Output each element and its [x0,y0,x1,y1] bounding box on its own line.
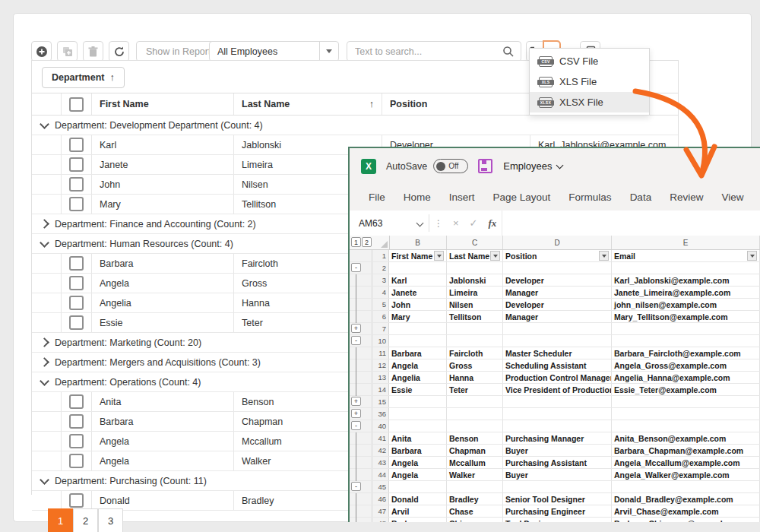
menu-item-csv-file[interactable]: CSVCSV File [530,51,649,71]
filter-button[interactable] [434,251,444,261]
excel-cell[interactable]: Angela [389,359,447,371]
excel-cell[interactable]: Developer [503,299,612,310]
row-number[interactable]: 11 [372,347,389,359]
excel-cell[interactable]: Jablonski [447,274,503,286]
excel-cell[interactable]: Limeira [447,287,503,298]
row-number[interactable]: 48 [372,518,389,522]
excel-cell[interactable] [447,262,503,274]
row-checkbox[interactable] [69,276,84,290]
excel-cell[interactable]: Position [503,250,612,261]
excel-cell[interactable]: Angelia [389,372,447,383]
excel-cell[interactable]: Chapman [447,445,503,456]
outline-level-button-1[interactable]: 1 [351,237,361,247]
column-header-last-name[interactable]: Last Name ↑ [233,93,382,115]
excel-cell[interactable] [503,262,612,274]
excel-cell[interactable]: Purchasing Engineer [503,505,612,517]
excel-cell[interactable]: Barbara_Chinavare@example.com [612,518,760,522]
excel-menu-formulas[interactable]: Formulas [568,192,611,203]
excel-cell[interactable]: Janete [389,287,447,298]
search-input[interactable] [347,46,502,57]
excel-cell[interactable]: Angela [389,469,447,480]
row-checkbox[interactable] [69,138,84,152]
excel-cell[interactable]: Arvil_Chase@example.com [612,505,760,517]
row-number[interactable]: 2 [372,262,389,274]
excel-cell[interactable]: Anita_Benson@example.com [612,432,760,444]
page-button-1[interactable]: 1 [48,508,73,532]
excel-cell[interactable]: First Name [389,250,447,261]
excel-menu-data[interactable]: Data [630,192,652,203]
row-number[interactable]: 44 [372,469,389,480]
excel-cell[interactable]: Purchasing Manager [503,432,612,444]
excel-cell[interactable]: Karl_Jablonski@example.com [612,274,760,286]
page-button-3[interactable]: 3 [98,508,123,532]
autosave-toggle[interactable]: Off [433,159,468,173]
excel-cell[interactable]: Buyer [503,469,612,480]
row-number[interactable]: 5 [372,299,389,310]
excel-cell[interactable] [503,408,612,420]
excel-cell[interactable]: john_nilsen@example.com [612,299,760,310]
excel-cell[interactable]: Last Name [447,250,503,261]
collapse-group-button[interactable]: - [351,421,361,430]
group-row[interactable]: Department: Development Department (Coun… [32,116,678,135]
outline-level-button-2[interactable]: 2 [362,237,372,247]
excel-cell[interactable]: Walker [447,469,503,480]
excel-cell[interactable]: Angelia_Hanna@example.com [612,372,760,383]
excel-cell[interactable] [447,408,503,420]
excel-cell[interactable]: Essie_Teter@example.com [612,384,760,395]
row-number[interactable]: 41 [372,432,389,444]
excel-cell[interactable] [612,420,760,432]
excel-cell[interactable]: Vice President of Production [503,384,612,395]
excel-cell[interactable]: Mary_Tellitson@example.com [612,311,760,322]
excel-cell[interactable]: Gross [447,359,503,371]
excel-cell[interactable] [612,408,760,420]
chevron-down-icon[interactable] [40,376,49,386]
excel-menu-file[interactable]: File [369,192,385,203]
excel-cell[interactable]: Benson [447,432,503,444]
save-icon[interactable] [478,159,492,173]
excel-menu-review[interactable]: Review [670,192,703,203]
excel-cell[interactable]: Angela_Mccallum@example.com [612,457,760,468]
row-number[interactable]: 47 [372,505,389,517]
column-letter-C[interactable]: C [447,236,503,249]
column-letter-B[interactable]: B [389,236,447,249]
excel-cell[interactable]: Teter [447,384,503,395]
row-checkbox[interactable] [69,454,84,468]
row-number[interactable]: 15 [372,396,389,407]
search-icon[interactable] [502,46,515,58]
excel-cell[interactable] [612,481,760,492]
workbook-title[interactable]: Employees [503,160,562,172]
row-checkbox[interactable] [69,493,84,508]
excel-cell[interactable]: Arvil [389,505,447,517]
row-number[interactable]: 13 [372,372,389,383]
filter-button[interactable] [747,251,757,261]
excel-cell[interactable]: Barbara [389,518,447,522]
excel-cell[interactable]: Manager [503,311,612,322]
enter-icon[interactable]: ✓ [470,217,478,229]
excel-cell[interactable]: Mccallum [447,457,503,468]
collapse-group-button[interactable]: - [351,263,361,272]
excel-cell[interactable] [447,323,503,334]
excel-menu-view[interactable]: View [721,192,743,203]
excel-cell[interactable]: Hanna [447,372,503,383]
chevron-down-icon[interactable] [40,119,49,129]
excel-cell[interactable]: Barbara [389,445,447,456]
excel-cell[interactable]: Buyer [503,445,612,456]
excel-cell[interactable] [389,481,447,492]
excel-cell[interactable]: Production Control Manager [503,372,612,383]
excel-cell[interactable] [612,323,760,334]
column-header-position[interactable]: Position [382,93,530,115]
excel-cell[interactable] [447,335,503,347]
chevron-down-icon[interactable] [40,475,49,485]
page-button-2[interactable]: 2 [73,508,98,532]
excel-cell[interactable] [389,420,447,432]
collapse-group-button[interactable]: - [351,336,361,345]
row-number[interactable]: 40 [372,420,389,432]
excel-cell[interactable] [447,420,503,432]
select-all-corner[interactable] [372,236,390,249]
excel-cell[interactable]: Essie [389,384,447,395]
row-checkbox[interactable] [69,434,84,448]
row-number[interactable]: 42 [372,445,389,456]
row-number[interactable]: 46 [372,493,389,505]
expand-group-button[interactable]: + [351,409,361,418]
excel-cell[interactable] [612,335,760,347]
